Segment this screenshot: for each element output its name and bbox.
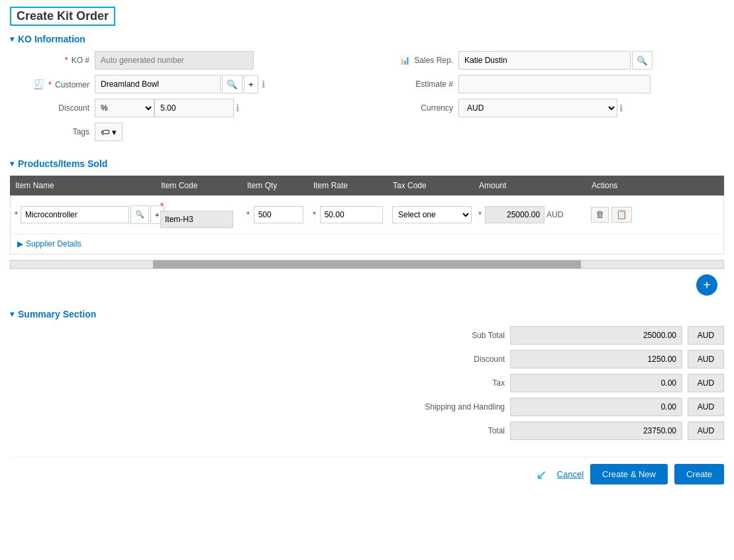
header-actions: Actions [586,176,653,196]
delete-row-button[interactable]: 🗑 [591,207,609,223]
amount-group: * AUD [478,206,583,223]
ko-number-label: * KO # [17,56,89,65]
copy-row-button[interactable]: 📋 [611,207,632,223]
actions-group: 🗑 📋 [591,207,649,223]
products-table: Item Name Item Code Item Qty Item Rate T… [10,176,724,254]
amount-cell: * AUD [474,205,587,225]
item-code-required: * [160,201,164,211]
summary-discount-row: Discount [10,350,724,368]
summary-section: ▾ Summary Section Sub Total Discount Tax [10,309,724,440]
ko-number-input[interactable] [95,51,254,70]
summary-section-label: Summary Section [18,309,96,319]
item-name-input-group: * 🔍 + [15,205,152,224]
customer-input[interactable] [95,75,221,93]
amount-input[interactable] [485,206,545,223]
header-item-rate: Item Rate [308,176,388,196]
add-row-container: + [10,274,721,299]
table-body: * 🔍 + * * [10,196,724,254]
amount-currency-label: AUD [547,210,563,219]
tax-code-select[interactable]: Select one [393,207,471,223]
customer-icon: 🧾 [33,79,44,89]
ko-section-header[interactable]: ▾ KO Information [10,34,724,44]
summary-grid: Sub Total Discount Tax Shipping and Hand… [10,326,724,440]
total-row: Total [10,421,724,440]
actions-cell: 🗑 📋 [587,205,653,224]
customer-search-button[interactable]: 🔍 [222,75,242,93]
amount-required: * [478,209,482,219]
customer-required-star: * [48,80,52,89]
sales-rep-search-button[interactable]: 🔍 [632,51,653,70]
tax-row: Tax [10,374,724,392]
create-and-new-button[interactable]: Create & New [590,464,668,484]
customer-input-group: 🔍 + ℹ [95,75,265,93]
shipping-input[interactable] [510,398,682,416]
tags-row: Tags 🏷 ▾ [17,123,360,141]
subtotal-label: Sub Total [399,331,505,340]
products-section-label: Products/Items Sold [18,158,107,169]
products-section: ▾ Products/Items Sold Item Name Item Cod… [10,158,724,299]
summary-section-header[interactable]: ▾ Summary Section [10,309,724,319]
subtotal-input[interactable] [510,326,682,345]
create-button[interactable]: Create [674,464,724,484]
table-row: * 🔍 + * * [11,196,723,234]
customer-add-button[interactable]: + [244,75,258,93]
summary-discount-input[interactable] [510,350,682,368]
supplier-arrow-icon: ▶ [17,239,23,249]
estimate-input[interactable] [458,75,651,93]
page-title: Create Kit Order [10,7,115,26]
tags-chevron-icon: ▾ [112,127,117,137]
tags-button[interactable]: 🏷 ▾ [95,123,123,141]
products-section-header[interactable]: ▾ Products/Items Sold [10,158,724,169]
subtotal-row: Sub Total [10,326,724,345]
page-container: Create Kit Order ▾ KO Information * KO # [0,0,734,560]
total-label: Total [399,426,505,435]
ko-section-arrow: ▾ [10,34,14,44]
total-input[interactable] [510,421,682,440]
tax-code-cell: Select one [388,205,474,225]
discount-type-select[interactable]: % Fixed [95,99,154,117]
shipping-label: Shipping and Handling [399,402,505,412]
tax-input[interactable] [510,374,682,392]
estimate-label: Estimate # [380,80,453,89]
cancel-button[interactable]: Cancel [557,469,584,479]
tax-label: Tax [399,378,505,388]
summary-discount-label: Discount [399,355,505,364]
summary-discount-currency [688,350,724,368]
item-code-input[interactable] [160,211,233,228]
sales-rep-input[interactable] [458,51,631,70]
summary-section-arrow: ▾ [10,309,14,319]
ko-information-section: ▾ KO Information * KO # 🧾 * [10,34,724,146]
ko-section-label: KO Information [18,34,85,44]
customer-info-icon: ℹ [262,79,265,89]
tag-icon: 🏷 [101,127,109,137]
supplier-details-row: ▶ Supplier Details [11,234,723,254]
ko-right-column: 📊 Sales Rep. 🔍 Estimate # Currency [380,51,724,146]
sales-rep-input-group: 🔍 [458,51,653,70]
sales-rep-label: 📊 Sales Rep. [380,56,453,65]
customer-label: 🧾 * Customer [17,79,89,89]
ko-number-row: * KO # [17,51,360,70]
sales-rep-icon: 📊 [400,56,410,65]
currency-info-icon: ℹ [619,103,623,113]
tax-currency [688,374,724,392]
discount-info-icon: ℹ [236,103,239,113]
header-amount: Amount [474,176,586,196]
currency-input-group: AUD USD EUR ℹ [458,99,623,117]
currency-select[interactable]: AUD USD EUR [458,99,617,117]
discount-value-input[interactable] [154,99,234,117]
ko-form-grid: * KO # 🧾 * Customer 🔍 + [10,51,724,146]
discount-input-group: % Fixed ℹ [95,99,239,117]
estimate-row: Estimate # [380,75,724,93]
table-header-row: Item Name Item Code Item Qty Item Rate T… [10,176,724,196]
item-rate-input[interactable] [320,206,383,223]
item-rate-required: * [313,209,316,219]
item-search-button[interactable]: 🔍 [131,205,149,224]
item-name-input[interactable] [21,206,129,223]
header-item-name: Item Name [10,176,156,196]
horizontal-scrollbar[interactable] [10,260,724,269]
footer: ↙ Cancel Create & New Create [10,457,724,484]
item-name-required: * [15,209,18,219]
item-qty-input[interactable] [254,206,303,223]
add-row-button[interactable]: + [696,274,717,296]
supplier-details-toggle[interactable]: ▶ Supplier Details [17,239,717,249]
